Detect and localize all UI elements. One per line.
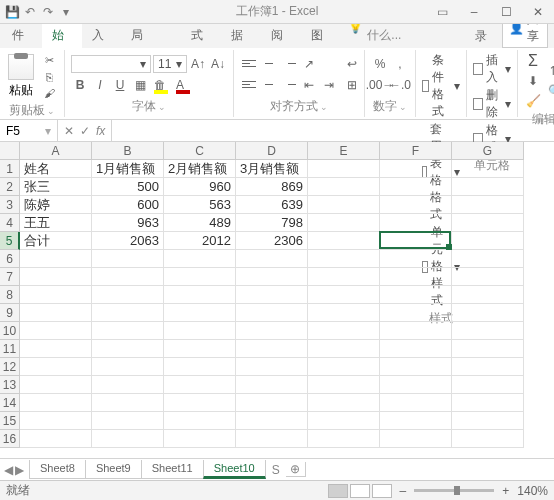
merge-center-icon[interactable]: ⊞ <box>346 76 358 94</box>
cell[interactable] <box>236 304 308 322</box>
cell[interactable] <box>452 358 524 376</box>
redo-icon[interactable]: ↷ <box>40 4 56 20</box>
cell[interactable]: 500 <box>92 178 164 196</box>
view-page-layout-icon[interactable] <box>350 484 370 498</box>
cell[interactable] <box>380 322 452 340</box>
cell[interactable] <box>308 394 380 412</box>
cell[interactable]: 姓名 <box>20 160 92 178</box>
cell[interactable] <box>452 214 524 232</box>
cell[interactable] <box>380 160 452 178</box>
cell[interactable] <box>380 178 452 196</box>
sheet-tab[interactable]: Sheet8 <box>29 460 86 479</box>
cell[interactable] <box>380 430 452 448</box>
comma-style-icon[interactable]: , <box>391 55 409 73</box>
column-header[interactable]: A <box>20 142 92 160</box>
cell[interactable] <box>164 376 236 394</box>
cell[interactable] <box>308 250 380 268</box>
zoom-level[interactable]: 140% <box>517 484 548 498</box>
cell[interactable] <box>92 322 164 340</box>
cell[interactable] <box>92 268 164 286</box>
cell[interactable] <box>164 322 236 340</box>
row-header[interactable]: 9 <box>0 304 20 322</box>
row-header[interactable]: 5 <box>0 232 20 250</box>
row-header[interactable]: 14 <box>0 394 20 412</box>
column-header[interactable]: B <box>92 142 164 160</box>
increase-font-icon[interactable]: A↑ <box>189 55 207 73</box>
cell[interactable] <box>20 286 92 304</box>
cell[interactable] <box>236 250 308 268</box>
minimize-icon[interactable]: – <box>460 4 488 20</box>
cell[interactable]: 2012 <box>164 232 236 250</box>
row-header[interactable]: 15 <box>0 412 20 430</box>
row-header[interactable]: 16 <box>0 430 20 448</box>
font-color-button[interactable]: A <box>171 76 189 94</box>
cut-icon[interactable]: ✂ <box>40 54 58 68</box>
cell[interactable] <box>164 394 236 412</box>
cell[interactable] <box>164 358 236 376</box>
select-all-corner[interactable] <box>0 142 20 160</box>
column-header[interactable]: G <box>452 142 524 160</box>
cell[interactable] <box>452 304 524 322</box>
underline-button[interactable]: U <box>111 76 129 94</box>
cell[interactable] <box>308 286 380 304</box>
row-header[interactable]: 10 <box>0 322 20 340</box>
sheet-nav-prev-icon[interactable]: ◀ <box>4 463 13 477</box>
delete-cells-button[interactable]: 删除▾ <box>473 87 511 121</box>
cell[interactable] <box>236 286 308 304</box>
cell[interactable] <box>380 250 452 268</box>
cell[interactable] <box>308 430 380 448</box>
row-header[interactable]: 1 <box>0 160 20 178</box>
cell[interactable] <box>164 268 236 286</box>
enter-formula-icon[interactable]: ✓ <box>80 124 90 138</box>
cell[interactable] <box>236 340 308 358</box>
decrease-font-icon[interactable]: A↓ <box>209 55 227 73</box>
column-header[interactable]: C <box>164 142 236 160</box>
cell[interactable]: 960 <box>164 178 236 196</box>
cell[interactable]: 963 <box>92 214 164 232</box>
sort-filter-icon[interactable]: ⇅ <box>546 62 554 80</box>
cell[interactable]: 张三 <box>20 178 92 196</box>
number-format-icon[interactable]: % <box>371 55 389 73</box>
cell[interactable] <box>164 340 236 358</box>
view-page-break-icon[interactable] <box>372 484 392 498</box>
cell[interactable]: 2306 <box>236 232 308 250</box>
cell[interactable] <box>92 340 164 358</box>
autosum-icon[interactable]: Σ <box>528 52 538 70</box>
cell[interactable] <box>308 358 380 376</box>
cell[interactable] <box>92 358 164 376</box>
cell[interactable] <box>236 322 308 340</box>
cell[interactable] <box>380 286 452 304</box>
save-icon[interactable]: 💾 <box>4 4 20 20</box>
qat-dropdown-icon[interactable]: ▾ <box>58 4 74 20</box>
row-header[interactable]: 12 <box>0 358 20 376</box>
cell[interactable]: 1月销售额 <box>92 160 164 178</box>
sheet-tab-more[interactable]: S <box>266 461 286 479</box>
cell[interactable] <box>452 232 524 250</box>
cell[interactable] <box>452 196 524 214</box>
cell[interactable] <box>380 412 452 430</box>
cell[interactable] <box>308 304 380 322</box>
cell[interactable]: 王五 <box>20 214 92 232</box>
cell[interactable] <box>236 376 308 394</box>
cell[interactable] <box>236 394 308 412</box>
sheet-nav-next-icon[interactable]: ▶ <box>15 463 24 477</box>
cell[interactable] <box>308 412 380 430</box>
italic-button[interactable]: I <box>91 76 109 94</box>
fx-icon[interactable]: fx <box>96 124 105 138</box>
cell[interactable] <box>452 178 524 196</box>
zoom-in-icon[interactable]: + <box>502 484 509 498</box>
cell[interactable] <box>164 286 236 304</box>
cell[interactable]: 合计 <box>20 232 92 250</box>
cell[interactable] <box>308 160 380 178</box>
cell[interactable] <box>92 304 164 322</box>
cell[interactable] <box>20 376 92 394</box>
cell[interactable] <box>92 250 164 268</box>
name-box-dropdown-icon[interactable]: ▾ <box>45 124 51 138</box>
cell[interactable] <box>164 250 236 268</box>
cell[interactable] <box>236 430 308 448</box>
cell[interactable] <box>20 304 92 322</box>
column-header[interactable]: D <box>236 142 308 160</box>
cell[interactable] <box>20 322 92 340</box>
worksheet[interactable]: ABCDEFG1姓名1月销售额2月销售额3月销售额2张三5009608693陈婷… <box>0 142 554 458</box>
decrease-decimal-icon[interactable]: ←.0 <box>391 76 409 94</box>
